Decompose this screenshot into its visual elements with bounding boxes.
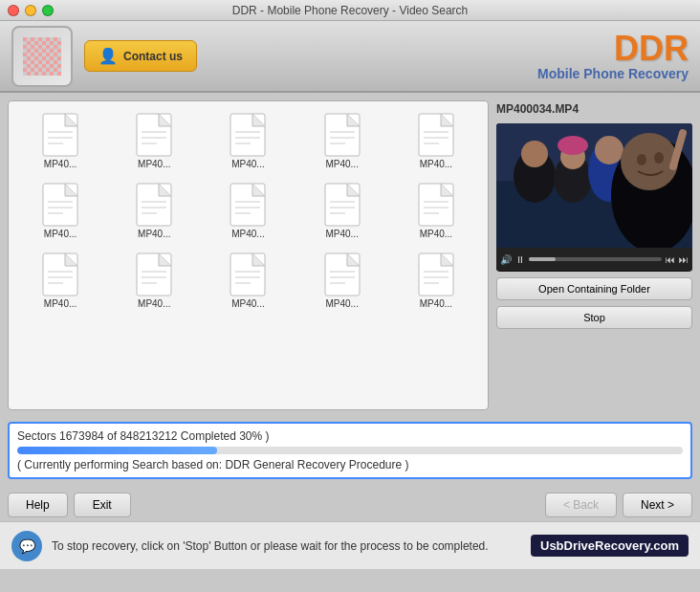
file-name: MP40... — [138, 159, 170, 169]
file-item[interactable]: MP40... — [110, 109, 198, 173]
file-name: MP40... — [138, 298, 170, 309]
file-item[interactable]: MP40... — [392, 109, 480, 173]
progress-fill — [17, 447, 217, 454]
file-item[interactable]: MP40... — [16, 179, 104, 243]
file-name: MP40... — [325, 159, 358, 169]
file-grid-container[interactable]: MP40... MP40... MP40... MP40... MP40... … — [8, 100, 489, 410]
watermark: UsbDriveRecovery.com — [531, 535, 689, 557]
file-item[interactable]: MP40... — [204, 249, 292, 313]
svg-rect-56 — [419, 253, 453, 296]
file-icon — [324, 113, 361, 157]
file-name: MP40... — [420, 229, 452, 239]
file-icon — [418, 183, 454, 227]
exit-button[interactable]: Exit — [74, 493, 131, 517]
file-icon — [230, 252, 266, 296]
play-pause-icon[interactable]: ⏸ — [515, 254, 525, 265]
file-icon — [42, 113, 78, 157]
svg-rect-48 — [230, 253, 265, 296]
file-item[interactable]: MP40... — [110, 249, 198, 313]
info-icon: 💬 — [11, 531, 42, 561]
window-controls[interactable] — [8, 5, 54, 16]
file-item[interactable]: MP40... — [298, 179, 386, 243]
skip-forward-icon[interactable]: ⏭ — [679, 254, 689, 265]
svg-rect-32 — [325, 184, 360, 226]
status-line1: Sectors 1673984 of 848213212 Completed 3… — [17, 429, 683, 443]
window-title: DDR - Mobile Phone Recovery - Video Sear… — [232, 4, 469, 17]
file-icon — [418, 113, 454, 157]
svg-rect-16 — [419, 114, 453, 156]
svg-rect-4 — [137, 114, 171, 156]
file-icon — [324, 183, 361, 227]
file-item[interactable]: MP40... — [204, 109, 292, 173]
back-button[interactable]: < Back — [545, 493, 617, 517]
svg-rect-20 — [43, 184, 77, 226]
video-progress[interactable] — [529, 257, 662, 261]
file-icon — [324, 252, 361, 296]
file-name: MP40... — [231, 159, 264, 169]
status-section: Sectors 1673984 of 848213212 Completed 3… — [0, 418, 700, 489]
file-name: MP40... — [44, 298, 77, 309]
brand-area: DDR Mobile Phone Recovery — [537, 32, 689, 81]
info-message: To stop recovery, click on 'Stop' Button… — [52, 539, 521, 553]
file-item[interactable]: MP40... — [392, 179, 480, 243]
video-progress-fill — [529, 257, 556, 261]
brand-subtitle: Mobile Phone Recovery — [537, 66, 689, 81]
svg-rect-8 — [230, 114, 265, 156]
file-name: MP40... — [44, 229, 77, 239]
bottom-bar: 💬 To stop recovery, click on 'Stop' Butt… — [0, 521, 700, 569]
minimize-button[interactable] — [25, 5, 36, 16]
person-icon: 👤 — [98, 47, 118, 65]
skip-back-icon[interactable]: ⏮ — [666, 254, 675, 265]
file-item[interactable]: MP40... — [204, 179, 292, 243]
svg-rect-36 — [419, 184, 453, 226]
file-item[interactable]: MP40... — [110, 179, 198, 243]
brand-name: DDR — [537, 32, 689, 66]
volume-icon[interactable]: 🔊 — [500, 254, 512, 265]
svg-rect-0 — [43, 114, 77, 156]
video-preview: 🔊 ⏸ ⏮ ⏭ — [496, 123, 692, 272]
svg-rect-40 — [43, 253, 77, 296]
preview-panel: MP400034.MP4 — [496, 100, 692, 410]
maximize-button[interactable] — [42, 5, 54, 16]
close-button[interactable] — [8, 5, 19, 16]
open-folder-button[interactable]: Open Containing Folder — [496, 277, 692, 300]
status-line2: ( Currently performing Search based on: … — [17, 458, 683, 471]
file-item[interactable]: MP40... — [298, 109, 386, 173]
file-icon — [230, 113, 266, 157]
file-item[interactable]: MP40... — [298, 249, 386, 313]
title-bar: DDR - Mobile Phone Recovery - Video Sear… — [0, 0, 700, 21]
status-box: Sectors 1673984 of 848213212 Completed 3… — [8, 422, 692, 479]
file-item[interactable]: MP40... — [16, 249, 104, 313]
logo-icon — [23, 37, 61, 76]
file-name: MP40... — [420, 298, 452, 309]
file-name: MP40... — [325, 229, 358, 239]
help-button[interactable]: Help — [8, 493, 68, 517]
file-icon — [136, 113, 172, 157]
file-grid: MP40... MP40... MP40... MP40... MP40... … — [16, 109, 480, 313]
next-button[interactable]: Next > — [623, 493, 692, 517]
preview-filename: MP400034.MP4 — [496, 100, 692, 118]
video-controls[interactable]: 🔊 ⏸ ⏮ ⏭ — [496, 248, 692, 271]
file-item[interactable]: MP40... — [16, 109, 104, 173]
file-name: MP40... — [44, 159, 77, 169]
svg-rect-12 — [325, 114, 360, 156]
file-icon — [136, 252, 172, 296]
file-icon — [230, 183, 266, 227]
main-content: MP40... MP40... MP40... MP40... MP40... … — [0, 93, 700, 418]
contact-button[interactable]: 👤 Contact us — [84, 40, 197, 72]
file-name: MP40... — [231, 298, 264, 309]
file-name: MP40... — [231, 229, 264, 239]
file-name: MP40... — [420, 159, 452, 169]
file-icon — [42, 252, 78, 296]
app-logo — [11, 26, 73, 87]
file-name: MP40... — [138, 229, 170, 239]
svg-rect-74 — [496, 123, 692, 248]
file-item[interactable]: MP40... — [392, 249, 480, 313]
file-icon — [136, 183, 172, 227]
svg-rect-24 — [137, 184, 171, 226]
navigation-bar: Help Exit < Back Next > — [0, 489, 700, 521]
app-header: 👤 Contact us DDR Mobile Phone Recovery — [0, 21, 700, 93]
svg-rect-52 — [325, 253, 360, 296]
file-icon — [418, 252, 454, 296]
stop-button[interactable]: Stop — [496, 306, 692, 329]
